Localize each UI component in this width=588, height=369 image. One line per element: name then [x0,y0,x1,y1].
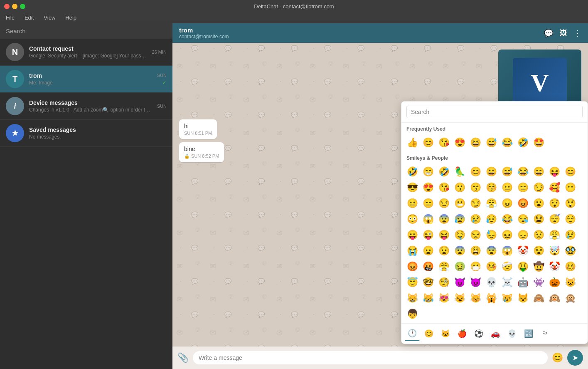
emoji-kissheart[interactable]: 😘 [436,135,451,150]
emoji-s43[interactable]: 😴 [547,212,562,227]
emoji-s60[interactable]: 😩 [468,243,483,258]
emoji-s32[interactable]: 😯 [547,196,562,211]
emoji-s90[interactable]: 😹 [421,291,435,306]
contact-item-trom[interactable]: T trom Me: Image SUN ✓ [0,66,172,93]
emoji-s95[interactable]: 😿 [499,291,514,306]
emoji-rofl[interactable]: 🤣 [515,135,530,150]
emoji-s62[interactable]: 😱 [499,243,514,258]
emoji-s13[interactable]: 😍 [421,180,435,195]
emoji-s92[interactable]: 😼 [452,291,467,306]
emoji-s73[interactable]: 🤕 [499,259,514,274]
emoji-s54[interactable]: 😤 [547,228,562,243]
emoji-s36[interactable]: 😨 [436,212,451,227]
emoji-s100[interactable]: 👦 [405,307,420,322]
emoji-cat-food[interactable]: 🍎 [455,326,470,341]
search-bar[interactable]: Search [0,23,172,39]
message-input[interactable] [193,351,548,364]
emoji-thumbsup[interactable]: 👍 [405,135,420,150]
emoji-s67[interactable]: 😡 [405,259,420,274]
emoji-s38[interactable]: 😢 [468,212,483,227]
emoji-s45[interactable]: 😛 [405,228,420,243]
emoji-s51[interactable]: 😖 [499,228,514,243]
emoji-s24[interactable]: 😑 [421,196,435,211]
send-button[interactable]: ➤ [567,350,583,366]
menu-edit[interactable]: Edit [22,14,36,22]
emoji-s12[interactable]: 😎 [405,180,420,195]
emoji-joy[interactable]: 😂 [499,135,514,150]
emoji-s1[interactable]: 🤣 [405,164,420,179]
emoji-s34[interactable]: 😳 [405,212,420,227]
emoji-s71[interactable]: 😷 [468,259,483,274]
menu-view[interactable]: View [41,14,58,22]
emoji-s94[interactable]: 🙀 [484,291,499,306]
emoji-s33[interactable]: 😲 [563,196,578,211]
emoji-search-input[interactable] [406,106,583,118]
media-icon[interactable]: 🖼 [560,29,567,37]
emoji-s17[interactable]: 😚 [484,180,499,195]
emoji-s48[interactable]: 🤤 [452,228,467,243]
emoji-s23[interactable]: 😐 [405,196,420,211]
emoji-cat-activities[interactable]: ⚽ [471,326,486,341]
emoji-s41[interactable]: 😪 [515,212,530,227]
emoji-s4[interactable]: 🦜 [452,164,467,179]
emoji-s75[interactable]: 🤠 [531,259,546,274]
contact-item-saved-messages[interactable]: ★ Saved messages No messages. [0,120,172,147]
emoji-s96[interactable]: 😾 [515,291,530,306]
menu-help[interactable]: Help [63,14,79,22]
emoji-s64[interactable]: 😵 [531,243,546,258]
emoji-s52[interactable]: 😞 [515,228,530,243]
emoji-s53[interactable]: 😟 [531,228,546,243]
emoji-s87[interactable]: 🎃 [547,275,562,290]
emoji-s18[interactable]: 😐 [499,180,514,195]
emoji-s15[interactable]: 😗 [452,180,467,195]
emoji-cat-objects[interactable]: 💀 [504,326,519,341]
emoji-s81[interactable]: 😈 [452,275,467,290]
emoji-s49[interactable]: 😒 [468,228,483,243]
emoji-button[interactable]: 😊 [552,352,563,363]
emoji-s19[interactable]: 😑 [515,180,530,195]
maximize-button[interactable] [20,4,25,9]
close-button[interactable] [4,4,10,9]
emoji-s91[interactable]: 😻 [436,291,451,306]
emoji-s99[interactable]: 🙊 [563,291,578,306]
emoji-s29[interactable]: 😠 [499,196,514,211]
emoji-s27[interactable]: 😏 [468,196,483,211]
emoji-s11[interactable]: 😊 [563,164,578,179]
emoji-s72[interactable]: 🤒 [484,259,499,274]
emoji-s50[interactable]: 😓 [484,228,499,243]
emoji-s97[interactable]: 🙈 [531,291,546,306]
emoji-s85[interactable]: 🤖 [515,275,530,290]
contact-item-device-messages[interactable]: i Device messages Changes in v1.1.0 - Ad… [0,93,172,120]
emoji-s59[interactable]: 😨 [452,243,467,258]
emoji-s57[interactable]: 😦 [421,243,435,258]
emoji-s82[interactable]: 👿 [468,275,483,290]
emoji-s63[interactable]: 🤡 [515,243,530,258]
emoji-cat-smileys[interactable]: 😊 [421,326,436,341]
emoji-s3[interactable]: 🤣 [436,164,451,179]
emoji-s25[interactable]: 😒 [436,196,451,211]
emoji-s7[interactable]: 😅 [499,164,514,179]
emoji-s70[interactable]: 🤢 [452,259,467,274]
emoji-s47[interactable]: 😝 [436,228,451,243]
contact-item-contact-request[interactable]: N Contact request Google: Security alert… [0,39,172,66]
emoji-s42[interactable]: 😫 [531,212,546,227]
emoji-cat-travel[interactable]: 🚗 [488,326,503,341]
emoji-cat-recent[interactable]: 🕐 [405,326,420,341]
emoji-s44[interactable]: 😌 [563,212,578,227]
emoji-s69[interactable]: 😤 [436,259,451,274]
attach-icon[interactable]: 📎 [177,352,189,363]
emoji-s35[interactable]: 😱 [421,212,435,227]
emoji-s56[interactable]: 😭 [405,243,420,258]
emoji-cat-symbols[interactable]: 🔣 [521,326,536,341]
emoji-s98[interactable]: 🙉 [547,291,562,306]
emoji-s93[interactable]: 😽 [468,291,483,306]
emoji-smile[interactable]: 😊 [421,135,435,150]
emoji-s74[interactable]: 🤑 [515,259,530,274]
emoji-s46[interactable]: 😜 [421,228,435,243]
emoji-cat-flags[interactable]: 🏳 [538,326,553,341]
emoji-s2[interactable]: 😁 [421,164,435,179]
emoji-s10[interactable]: 😝 [547,164,562,179]
emoji-s68[interactable]: 🤬 [421,259,435,274]
emoji-s22[interactable]: 😶 [563,180,578,195]
emoji-s8[interactable]: 😂 [515,164,530,179]
